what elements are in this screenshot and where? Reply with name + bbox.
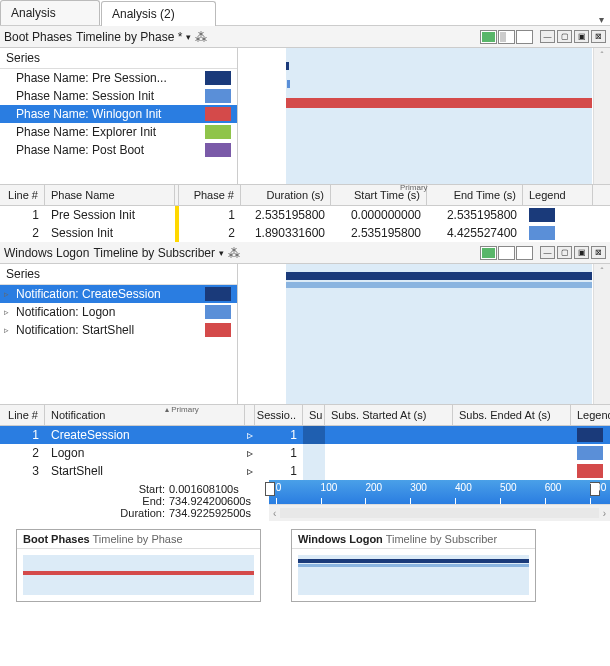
time-ruler[interactable]: 0100200300400500600700 [269,480,610,504]
minimize-button[interactable]: — [540,30,555,43]
cell-sessio: 1 [255,462,303,480]
primary-indicator: Primary [400,183,428,192]
layout-table-button[interactable] [516,30,533,44]
scroll-right-icon[interactable]: › [603,508,606,519]
vertical-scrollbar[interactable]: ˆ [593,264,610,404]
panel1-body: Series Phase Name: Pre Session...Phase N… [0,48,610,184]
th-line[interactable]: Line # [0,405,45,425]
close-button[interactable]: ⊠ [591,30,606,43]
close-button[interactable]: ⊠ [591,246,606,259]
cell-line: 1 [0,206,45,224]
tab-analysis-1[interactable]: Analysis [0,0,100,25]
cell-legend [523,206,593,224]
table-row[interactable]: 2 Logon ▹ 1 [0,444,610,462]
th-scroll-spacer [593,185,610,205]
series-swatch [205,71,231,85]
cell-notification: Logon [45,444,245,462]
expand-icon[interactable]: ▹ [245,426,255,444]
layout-full-button[interactable] [480,246,497,260]
panel1-chart[interactable]: ˆ [238,48,610,184]
ruler-tick: 0 [276,482,282,493]
th-expand [245,405,255,425]
ruler-handle-start[interactable] [265,482,275,496]
th-started[interactable]: Subs. Started At (s) [325,405,453,425]
series-swatch [205,305,231,319]
panel2-series-panel: Series ▹Notification: CreateSession▹Noti… [0,264,238,404]
th-legend[interactable]: Legend [571,405,610,425]
table-row[interactable]: 3 StartShell ▹ 1 [0,462,610,480]
expand-icon[interactable]: ▹ [4,307,12,317]
cell-su [303,462,325,480]
chevron-down-icon[interactable]: ▾ [219,248,224,258]
layout-split-button[interactable] [498,246,515,260]
th-legend[interactable]: Legend [523,185,593,205]
series-item[interactable]: ▹Notification: Logon [0,303,237,321]
th-su[interactable]: Su [303,405,325,425]
series-item[interactable]: Phase Name: Pre Session... [0,69,237,87]
cell-started [325,444,453,462]
series-item[interactable]: Phase Name: Winlogon Init [0,105,237,123]
expand-icon[interactable]: ▹ [245,462,255,480]
layout-full-button[interactable] [480,30,497,44]
cell-legend [571,444,610,462]
expand-icon[interactable]: ▹ [4,325,12,335]
restore-button[interactable]: ▢ [557,246,572,259]
th-line[interactable]: Line # [0,185,45,205]
series-item[interactable]: ▹Notification: CreateSession [0,285,237,303]
cell-start: 2.535195800 [331,224,427,242]
panel1-series-panel: Series Phase Name: Pre Session...Phase N… [0,48,238,184]
tab-overflow-icon[interactable]: ▾ [599,14,604,25]
series-swatch [205,125,231,139]
expand-icon[interactable]: ▹ [4,289,12,299]
panel1-mode-dropdown[interactable]: Timeline by Phase * [76,30,182,44]
cell-legend [523,224,593,242]
th-duration[interactable]: Duration (s) [241,185,331,205]
cell-duration: 2.535195800 [241,206,331,224]
minimize-button[interactable]: — [540,246,555,259]
series-swatch [205,89,231,103]
thumb-windows-logon[interactable]: Windows Logon Timeline by Subscriber [291,529,536,602]
layout-split-button[interactable] [498,30,515,44]
th-notification[interactable]: Notification [45,405,245,425]
ruler-tick: 700 [590,482,607,493]
thumb-boot-phases[interactable]: Boot Phases Timeline by Phase [16,529,261,602]
ruler-tick: 300 [410,482,427,493]
expand-icon[interactable]: ▹ [245,444,255,462]
th-end[interactable]: End Time (s) [427,185,523,205]
panel2-chart[interactable]: ˆ [238,264,610,404]
layout-table-button[interactable] [516,246,533,260]
cell-notification: StartShell [45,462,245,480]
series-item[interactable]: Phase Name: Post Boot [0,141,237,159]
cell-legend [571,462,610,480]
table-row[interactable]: 1 CreateSession ▹ 1 [0,426,610,444]
horizontal-scrollbar[interactable]: ‹ › [269,504,610,521]
panel2-toolbar: Windows Logon Timeline by Subscriber ▾ ⁂… [0,242,610,264]
series-item[interactable]: Phase Name: Session Init [0,87,237,105]
table-row[interactable]: 2 Session Init 2 1.890331600 2.535195800… [0,224,610,242]
chevron-down-icon[interactable]: ▾ [186,32,191,42]
duration-label: Duration: [110,507,165,519]
cell-su [303,426,325,444]
restore-button[interactable]: ▢ [557,30,572,43]
thumb-title-b: Timeline by Subscriber [386,533,497,545]
settings-icon[interactable]: ⁂ [195,30,207,44]
series-item[interactable]: Phase Name: Explorer Init [0,123,237,141]
th-sessio[interactable]: Sessio.. [255,405,303,425]
series-item[interactable]: ▹Notification: StartShell [0,321,237,339]
tab-analysis-2[interactable]: Analysis (2) [101,1,216,26]
vertical-scrollbar[interactable]: ˆ [593,48,610,184]
table-row[interactable]: 1 Pre Session Init 1 2.535195800 0.00000… [0,206,610,224]
ruler-tick: 100 [321,482,338,493]
th-phase-num[interactable]: Phase # [179,185,241,205]
th-phase-name[interactable]: Phase Name [45,185,175,205]
cell-started [325,426,453,444]
scroll-left-icon[interactable]: ‹ [273,508,276,519]
maximize-button[interactable]: ▣ [574,30,589,43]
cell-end: 4.425527400 [427,224,523,242]
thumb-title-a: Boot Phases [23,533,90,545]
panel2-mode-dropdown[interactable]: Timeline by Subscriber [93,246,215,260]
settings-icon[interactable]: ⁂ [228,246,240,260]
maximize-button[interactable]: ▣ [574,246,589,259]
th-ended[interactable]: Subs. Ended At (s) [453,405,571,425]
panel2-body: Series ▹Notification: CreateSession▹Noti… [0,264,610,404]
